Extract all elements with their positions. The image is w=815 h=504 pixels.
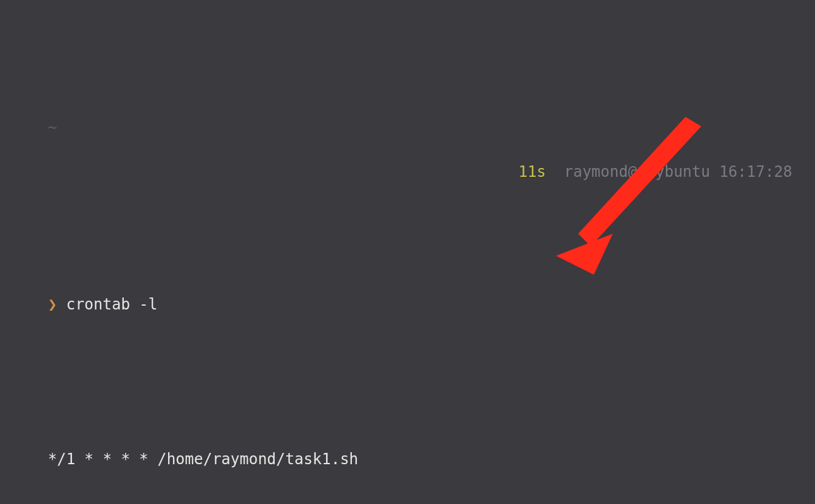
- command-crontab: crontab -l: [66, 296, 158, 313]
- clock-time: 16:17:28: [719, 163, 792, 181]
- prompt-char: ❯: [48, 296, 57, 313]
- terminal-window[interactable]: ~ 11s raymond@raybuntu 16:17:28 ❯ cronta…: [0, 0, 815, 504]
- user-host: raymond@raybuntu: [564, 163, 710, 181]
- status-right: 11s raymond@raybuntu 16:17:28: [464, 139, 792, 205]
- crontab-entry-1: */1 * * * * /home/raymond/task1.sh: [48, 450, 358, 468]
- tilde: ~: [48, 119, 57, 136]
- elapsed-time: 11s: [519, 163, 546, 181]
